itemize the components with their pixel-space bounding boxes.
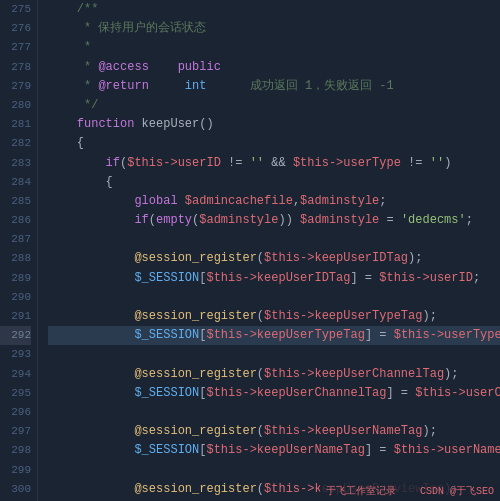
code-line: if(empty($adminstyle)) $adminstyle = 'de… bbox=[48, 211, 500, 230]
code-line: @session_register($this->keepUserNameTag… bbox=[48, 422, 500, 441]
code-line: $_SESSION[$this->keepUserChannelTag] = $… bbox=[48, 384, 500, 403]
line-number: 279 bbox=[0, 77, 31, 96]
line-number: 297 bbox=[0, 422, 31, 441]
code-line bbox=[48, 461, 500, 480]
line-number: 285 bbox=[0, 192, 31, 211]
line-number: 295 bbox=[0, 384, 31, 403]
line-number: 276 bbox=[0, 19, 31, 38]
code-content: /** * 保持用户的会话状态 * * @access public * @re… bbox=[38, 0, 500, 501]
code-line: { bbox=[48, 173, 500, 192]
line-number: 300 bbox=[0, 480, 31, 499]
code-line: @session_register($this->keepUserIDTag); bbox=[48, 249, 500, 268]
line-number: 294 bbox=[0, 365, 31, 384]
line-number: 298 bbox=[0, 441, 31, 460]
line-number: 281 bbox=[0, 115, 31, 134]
line-number: 288 bbox=[0, 249, 31, 268]
code-line: * @access public bbox=[48, 58, 500, 77]
watermark-csdn: CSDN @于飞SEO bbox=[420, 486, 494, 497]
line-numbers: 2752762772782792802812822832842852862872… bbox=[0, 0, 38, 501]
line-number: 284 bbox=[0, 173, 31, 192]
code-line: * @return int 成功返回 1，失败返回 -1 bbox=[48, 77, 500, 96]
line-number: 287 bbox=[0, 230, 31, 249]
code-line: */ bbox=[48, 96, 500, 115]
line-number: 280 bbox=[0, 96, 31, 115]
line-number: 299 bbox=[0, 461, 31, 480]
line-number: 291 bbox=[0, 307, 31, 326]
code-line bbox=[48, 288, 500, 307]
line-number: 289 bbox=[0, 269, 31, 288]
code-line: function keepUser() bbox=[48, 115, 500, 134]
line-number: 293 bbox=[0, 345, 31, 364]
line-number: 286 bbox=[0, 211, 31, 230]
code-line: global $admincachefile,$adminstyle; bbox=[48, 192, 500, 211]
code-line: * 保持用户的会话状态 bbox=[48, 19, 500, 38]
code-line: /** bbox=[48, 0, 500, 19]
line-number: 283 bbox=[0, 154, 31, 173]
code-line: * bbox=[48, 38, 500, 57]
line-number: 296 bbox=[0, 403, 31, 422]
code-line bbox=[48, 403, 500, 422]
line-number: 275 bbox=[0, 0, 31, 19]
watermark-brand: 于飞工作室记录 bbox=[326, 486, 396, 497]
code-line: @session_register($this->keepUserTypeTag… bbox=[48, 307, 500, 326]
line-number: 277 bbox=[0, 38, 31, 57]
code-line: @session_register($this->keepUserChannel… bbox=[48, 365, 500, 384]
watermark: 于飞工作室记录 CSDN @于飞SEO bbox=[320, 482, 500, 502]
line-number: 282 bbox=[0, 134, 31, 153]
line-number: 278 bbox=[0, 58, 31, 77]
code-line bbox=[48, 345, 500, 364]
code-editor: 2752762772782792802812822832842852862872… bbox=[0, 0, 500, 501]
code-line: $_SESSION[$this->keepUserTypeTag] = $thi… bbox=[48, 326, 500, 345]
line-number: 292 bbox=[0, 326, 31, 345]
code-line: $_SESSION[$this->keepUserNameTag] = $thi… bbox=[48, 441, 500, 460]
code-line: $_SESSION[$this->keepUserIDTag] = $this-… bbox=[48, 269, 500, 288]
code-line: { bbox=[48, 134, 500, 153]
code-line bbox=[48, 230, 500, 249]
code-line: if($this->userID != '' && $this->userTyp… bbox=[48, 154, 500, 173]
line-number: 290 bbox=[0, 288, 31, 307]
